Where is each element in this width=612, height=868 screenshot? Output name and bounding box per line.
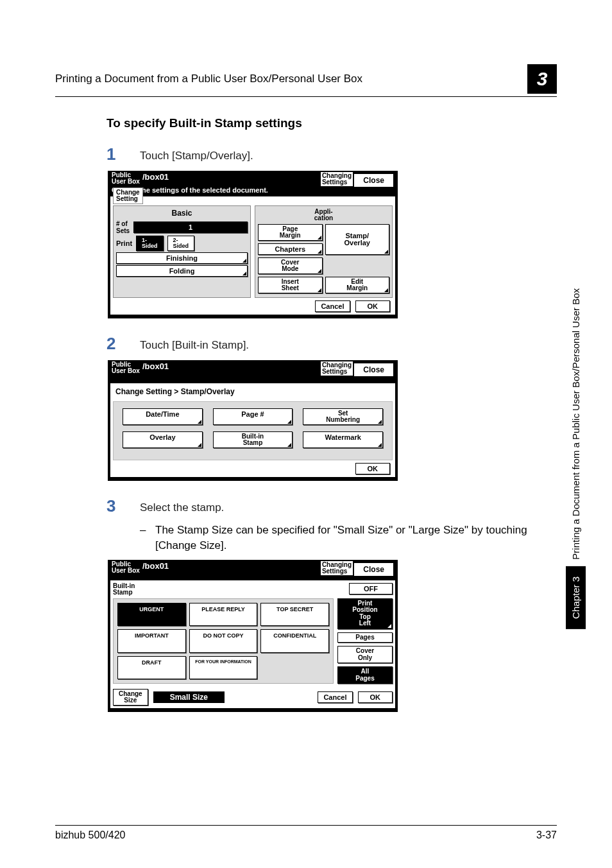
cancel-button[interactable]: Cancel (315, 300, 350, 312)
step-3-text: Select the stamp. (140, 496, 224, 516)
application-header: Appli- cation (258, 209, 389, 221)
all-pages-button[interactable]: All Pages (337, 666, 393, 684)
side-tab: Printing a Document from a Public User B… (565, 167, 586, 629)
step-2-text: Touch [Built-in Stamp]. (140, 334, 249, 354)
step-3-number: 3 (106, 496, 140, 516)
stamp-draft[interactable]: DRAFT (117, 656, 186, 680)
basic-column: Basic # of Sets 1 Print 1- Sided 2- Side… (113, 205, 251, 298)
page-number-button[interactable]: Page # (213, 408, 293, 425)
box-label: Public User Box (112, 361, 140, 374)
box-path: /box01 (142, 172, 169, 182)
date-time-button[interactable]: Date/Time (123, 408, 203, 425)
chapter-badge: 3 (527, 64, 557, 94)
breadcrumb: Change Setting > Stamp/Overlay (113, 386, 393, 401)
close-button[interactable]: Close (353, 173, 394, 187)
close-button[interactable]: Close (353, 562, 394, 577)
two-sided-button[interactable]: 2- Sided (167, 236, 195, 251)
cancel-button[interactable]: Cancel (318, 691, 352, 703)
stamp-top-secret[interactable]: TOP SECRET (260, 603, 329, 627)
section-title: To specify Built-in Stamp settings (106, 116, 557, 130)
stamp-grid: URGENT PLEASE REPLY TOP SECRET IMPORTANT… (113, 598, 334, 684)
cover-mode-button[interactable]: Cover Mode (258, 257, 323, 274)
page-margin-button[interactable]: Page Margin (258, 224, 323, 241)
stamp-fyi[interactable]: FOR YOUR INFORMATION (189, 656, 258, 680)
box-label: Public User Box (112, 561, 140, 574)
set-numbering-button[interactable]: Set Numbering (303, 408, 383, 425)
side-chapter-text: Chapter 3 (566, 566, 586, 629)
changing-settings-tag: Changing Settings (321, 361, 353, 376)
panel-built-in-stamp: Public User Box /box01 Changing Settings… (108, 560, 398, 713)
change-size-button[interactable]: Change Size (113, 689, 148, 706)
watermark-button[interactable]: Watermark (303, 431, 383, 448)
overlay-button[interactable]: Overlay (123, 431, 203, 448)
off-button[interactable]: OFF (349, 583, 393, 595)
finishing-button[interactable]: Finishing (116, 252, 248, 264)
step-3-sub: The Stamp Size can be specified for "Sma… (155, 523, 557, 553)
bullet-dash: – (140, 523, 155, 553)
box-path: /box01 (142, 361, 169, 371)
panel-stamp-overlay: Public User Box /box01 Changing Settings… (108, 360, 398, 481)
running-header-title: Printing a Document from a Public User B… (55, 73, 362, 85)
box-path: /box01 (142, 561, 169, 571)
edit-margin-button[interactable]: Edit Margin (325, 277, 390, 293)
built-in-stamp-label: Built-in Stamp (113, 583, 135, 596)
footer-model: bizhub 500/420 (55, 829, 125, 841)
step-1-number: 1 (106, 144, 140, 164)
close-button[interactable]: Close (353, 363, 394, 377)
footer-page-number: 3-37 (536, 829, 557, 841)
sets-value[interactable]: 1 (133, 221, 248, 233)
changing-settings-tag: Changing Settings (321, 561, 353, 575)
built-in-stamp-button[interactable]: Built-in Stamp (213, 431, 293, 448)
print-position-button[interactable]: Print Position Top Left (337, 598, 393, 629)
step-1-text: Touch [Stamp/Overlay]. (140, 144, 253, 164)
ok-button[interactable]: OK (358, 691, 393, 703)
stamp-overlay-button[interactable]: Stamp/ Overlay (325, 224, 390, 255)
stamp-urgent[interactable]: URGENT (117, 603, 186, 627)
insert-sheet-button[interactable]: Insert Sheet (258, 277, 323, 293)
stamp-important[interactable]: IMPORTANT (117, 629, 186, 653)
stamp-please-reply[interactable]: PLEASE REPLY (189, 603, 258, 627)
changing-settings-tag: Changing Settings (321, 172, 353, 186)
change-setting-tab[interactable]: Change Setting (113, 187, 143, 204)
cover-only-button[interactable]: Cover Only (337, 646, 393, 663)
application-column: Appli- cation Page Margin Stamp/ Overlay… (255, 205, 393, 298)
basic-header: Basic (116, 209, 248, 218)
print-label: Print (116, 239, 132, 247)
side-section-text: Printing a Document from a Public User B… (569, 269, 582, 566)
box-label: Public User Box (112, 172, 140, 185)
size-value: Small Size (153, 691, 225, 703)
chapters-button[interactable]: Chapters (258, 243, 323, 255)
ok-button[interactable]: OK (355, 300, 391, 312)
sets-label: # of Sets (116, 220, 130, 234)
stamp-confidential[interactable]: CONFIDENTIAL (260, 629, 329, 653)
folding-button[interactable]: Folding (116, 265, 248, 277)
step-2-number: 2 (106, 334, 140, 354)
stamp-do-not-copy[interactable]: DO NOT COPY (189, 629, 258, 653)
panel-change-settings: Public User Box /box01 Changing Settings… (108, 171, 398, 318)
panel1-subtitle: Change the settings of the selected docu… (108, 186, 398, 196)
one-sided-button[interactable]: 1- Sided (136, 236, 164, 251)
ok-button[interactable]: OK (355, 463, 391, 474)
pages-label: Pages (337, 632, 393, 643)
